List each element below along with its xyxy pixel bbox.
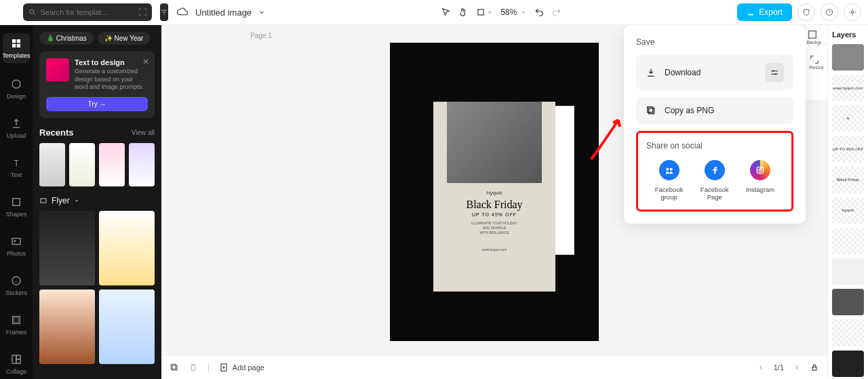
folder-icon bbox=[39, 197, 47, 205]
layer-item[interactable]: Black Friday bbox=[832, 167, 864, 193]
share-fb-page[interactable]: Facebook Page bbox=[701, 160, 729, 201]
chip-most[interactable]: Most bbox=[154, 32, 155, 45]
shield-button[interactable] bbox=[797, 3, 815, 21]
recent-thumb[interactable] bbox=[99, 143, 125, 186]
nav-design[interactable]: Design bbox=[0, 75, 33, 102]
doc-title[interactable]: Untitled image bbox=[195, 7, 252, 18]
svg-point-31 bbox=[666, 168, 669, 171]
help-button[interactable]: ? bbox=[821, 3, 838, 21]
svg-rect-2 bbox=[478, 9, 484, 15]
svg-point-0 bbox=[30, 9, 34, 14]
scan-icon[interactable]: ⛶ bbox=[138, 7, 146, 17]
canvas-page[interactable]: Hyqvic Black Friday UP TO 45% OFF ILLUMI… bbox=[390, 43, 599, 341]
zoom-control[interactable]: 58% bbox=[500, 7, 526, 17]
topbar: ⛶ Untitled image 58% Export ? bbox=[0, 0, 868, 25]
sliders-icon bbox=[770, 68, 779, 77]
template-thumb[interactable] bbox=[39, 290, 95, 364]
crop-tool[interactable] bbox=[476, 7, 492, 17]
svg-rect-17 bbox=[14, 318, 18, 322]
svg-rect-29 bbox=[649, 108, 654, 114]
add-page-button[interactable]: Add page bbox=[219, 363, 264, 372]
search-input[interactable] bbox=[41, 8, 134, 16]
layer-item[interactable] bbox=[832, 319, 864, 346]
layer-item[interactable] bbox=[832, 44, 864, 71]
svg-point-28 bbox=[775, 73, 776, 75]
search-icon bbox=[28, 8, 37, 16]
cloud-icon bbox=[176, 6, 189, 18]
toolbar-center: 58% bbox=[273, 7, 729, 17]
chevron-down-icon[interactable] bbox=[258, 9, 265, 16]
svg-point-14 bbox=[14, 240, 16, 242]
flyer-brand: Hyqvic bbox=[433, 190, 555, 196]
facebook-page-icon bbox=[705, 160, 725, 180]
chip-christmas[interactable]: 🎄 Christmas bbox=[39, 32, 94, 45]
template-thumb[interactable] bbox=[99, 290, 155, 364]
share-instagram[interactable]: Instagram bbox=[746, 160, 774, 201]
background-tool[interactable]: Backgr… bbox=[807, 29, 827, 45]
chip-newyear[interactable]: ✨ New Year bbox=[98, 32, 151, 45]
flyer-image bbox=[447, 102, 542, 183]
layer-item[interactable]: Hyqvic bbox=[832, 197, 864, 224]
flyer-title: Black Friday bbox=[433, 199, 555, 211]
trash-icon[interactable] bbox=[189, 363, 198, 372]
nav-label: Upload bbox=[7, 132, 26, 139]
recent-thumb[interactable] bbox=[69, 143, 95, 186]
recent-thumb[interactable] bbox=[129, 143, 155, 186]
export-icon bbox=[747, 8, 755, 16]
canvas-area: Page 1 Hyqvic Black Friday UP TO 45% OFF… bbox=[161, 25, 827, 379]
hand-icon[interactable] bbox=[458, 7, 468, 17]
layer-item[interactable] bbox=[832, 351, 864, 377]
svg-rect-39 bbox=[812, 367, 816, 370]
download-row[interactable]: Download bbox=[636, 55, 793, 90]
prev-page-icon[interactable] bbox=[757, 364, 764, 371]
share-name: Facebook Page bbox=[701, 186, 729, 201]
lock-icon[interactable] bbox=[810, 363, 819, 372]
svg-rect-6 bbox=[12, 39, 16, 43]
filter-button[interactable] bbox=[160, 3, 168, 21]
nav-label: Shapes bbox=[6, 211, 27, 218]
close-icon[interactable]: ✕ bbox=[142, 57, 149, 66]
nav-stickers[interactable]: Stickers bbox=[0, 272, 33, 299]
redo-icon[interactable] bbox=[552, 7, 561, 17]
nav-templates[interactable]: Templates bbox=[3, 33, 30, 63]
nav-frames[interactable]: Frames bbox=[0, 311, 33, 338]
flyer-section-header[interactable]: Flyer bbox=[39, 196, 155, 205]
download-settings-button[interactable] bbox=[765, 63, 784, 82]
cursor-icon[interactable] bbox=[441, 7, 450, 17]
svg-point-34 bbox=[759, 169, 762, 172]
page-count: 1/1 bbox=[774, 363, 784, 372]
nav-text[interactable]: TText bbox=[0, 154, 33, 181]
layer-item[interactable]: ✦ bbox=[832, 105, 864, 132]
promo-cta[interactable]: Try → bbox=[46, 97, 148, 111]
promo-title: Text to design bbox=[75, 58, 148, 66]
svg-rect-30 bbox=[648, 107, 653, 113]
nav-photos[interactable]: Photos bbox=[0, 233, 33, 260]
nav-upload[interactable]: Upload bbox=[0, 115, 33, 142]
download-icon bbox=[646, 67, 656, 78]
layer-item[interactable]: www.hyqvic.com bbox=[832, 75, 864, 101]
recent-thumb[interactable] bbox=[39, 143, 65, 186]
resize-tool[interactable]: Resize bbox=[809, 54, 823, 70]
chevron-down-icon bbox=[487, 9, 492, 15]
view-all-link[interactable]: View all bbox=[132, 129, 155, 136]
layer-item[interactable] bbox=[832, 289, 864, 315]
copy-png-row[interactable]: Copy as PNG bbox=[636, 97, 793, 124]
share-fb-group[interactable]: Facebook group bbox=[655, 160, 684, 201]
layer-item[interactable]: UP TO 45% OFF bbox=[832, 136, 864, 162]
title-area: Untitled image bbox=[176, 6, 265, 18]
layer-item[interactable] bbox=[832, 258, 864, 285]
nav-label: Frames bbox=[6, 329, 27, 336]
next-page-icon[interactable] bbox=[793, 364, 800, 371]
settings-button[interactable] bbox=[844, 3, 861, 21]
svg-point-5 bbox=[852, 12, 854, 14]
export-button[interactable]: Export bbox=[737, 3, 792, 21]
svg-rect-16 bbox=[13, 317, 20, 324]
duplicate-icon[interactable] bbox=[170, 363, 179, 372]
undo-icon[interactable] bbox=[534, 7, 544, 17]
nav-collage[interactable]: Collage bbox=[0, 351, 33, 378]
nav-shapes[interactable]: Shapes bbox=[0, 193, 33, 220]
category-chips: 🎄 Christmas ✨ New Year Most bbox=[39, 32, 155, 45]
template-thumb[interactable] bbox=[39, 211, 95, 285]
layer-item[interactable] bbox=[832, 228, 864, 254]
template-thumb[interactable] bbox=[99, 211, 155, 285]
